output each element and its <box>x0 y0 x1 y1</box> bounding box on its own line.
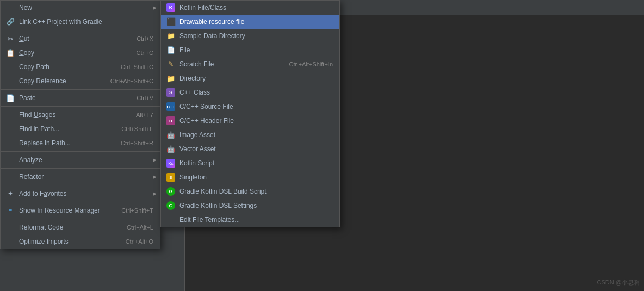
sep-1 <box>1 30 160 30</box>
submenu-label-sample-data-dir: Sample Data Directory <box>179 32 333 40</box>
menu-label-reformat-code: Reformat Code <box>19 224 116 231</box>
drawable-resource-icon: ⬛ <box>165 17 176 26</box>
sep-3 <box>1 106 160 107</box>
shortcut-cut: Ctrl+X <box>137 35 153 42</box>
kotlin-script-icon: Ks <box>165 159 176 168</box>
menu-label-copy: Copy <box>19 49 126 57</box>
submenu-new: K Kotlin File/Class ⬛ Drawable resource … <box>160 0 340 227</box>
menu-item-find-usages[interactable]: Find Usages Alt+F7 <box>1 108 160 122</box>
gradle-settings-icon: G <box>165 201 176 210</box>
menu-item-copy-reference[interactable]: Copy Reference Ctrl+Alt+Shift+C <box>1 74 160 88</box>
menu-label-cut: Cut <box>19 35 126 42</box>
menu-item-copy-path[interactable]: Copy Path Ctrl+Shift+C <box>1 60 160 74</box>
shortcut-copy: Ctrl+C <box>137 49 153 56</box>
sep-6 <box>1 185 160 185</box>
kotlin-file-icon: K <box>165 3 176 12</box>
sep-5 <box>1 168 160 169</box>
submenu-item-cpp-source[interactable]: C++ C/C++ Source File <box>161 100 339 114</box>
resource-mgr-icon: ≡ <box>5 207 16 214</box>
singleton-icon: S <box>165 173 176 182</box>
sep-8 <box>1 219 160 219</box>
directory-icon: 📁 <box>165 74 176 83</box>
cpp-class-icon: S <box>165 88 176 97</box>
menu-label-copy-path: Copy Path <box>19 63 110 71</box>
shortcut-optimize-imports: Ctrl+Alt+O <box>126 238 153 245</box>
menu-item-new[interactable]: New <box>1 1 160 15</box>
submenu-label-scratch-file: Scratch File <box>179 60 289 68</box>
menu-label-add-to-favorites: Add to Favorites <box>19 190 153 197</box>
shortcut-show-in-resource-manager: Ctrl+Shift+T <box>121 207 153 214</box>
favorites-icon: ✦ <box>5 190 16 197</box>
submenu-label-cpp-header: C/C++ Header File <box>179 117 333 125</box>
menu-item-find-in-path[interactable]: Find in Path... Ctrl+Shift+F <box>1 122 160 136</box>
submenu-label-edit-file-templates: Edit File Templates... <box>179 216 333 224</box>
shortcut-reformat-code: Ctrl+Alt+L <box>127 224 153 231</box>
menu-label-link-cpp: Link C++ Project with Gradle <box>19 18 153 26</box>
submenu-item-drawable-resource[interactable]: ⬛ Drawable resource file <box>161 15 339 29</box>
menu-item-link-cpp[interactable]: 🔗 Link C++ Project with Gradle <box>1 15 160 29</box>
shortcut-find-usages: Alt+F7 <box>136 112 153 118</box>
cut-icon: ✂ <box>5 35 16 43</box>
vector-asset-icon: 🤖 <box>165 145 176 153</box>
submenu-item-edit-file-templates[interactable]: Edit File Templates... <box>161 213 339 227</box>
sep-2 <box>1 89 160 90</box>
submenu-label-drawable-resource: Drawable resource file <box>179 18 333 26</box>
submenu-label-gradle-kotlin-settings: Gradle Kotlin DSL Settings <box>179 202 333 209</box>
submenu-item-directory[interactable]: 📁 Directory <box>161 71 339 85</box>
menu-item-add-to-favorites[interactable]: ✦ Add to Favorites <box>1 187 160 201</box>
submenu-label-directory: Directory <box>179 75 333 82</box>
cpp-header-icon: H <box>165 116 176 125</box>
context-menu-main: New 🔗 Link C++ Project with Gradle ✂ Cut… <box>0 0 160 249</box>
submenu-item-cpp-class[interactable]: S C++ Class <box>161 85 339 100</box>
submenu-item-sample-data-dir[interactable]: 📁 Sample Data Directory <box>161 29 339 43</box>
scratch-file-icon: ✎ <box>165 60 176 69</box>
submenu-item-vector-asset[interactable]: 🤖 Vector Asset <box>161 142 339 156</box>
submenu-item-singleton[interactable]: S Singleton <box>161 170 339 184</box>
sample-data-dir-icon: 📁 <box>165 32 176 40</box>
shortcut-replace-in-path: Ctrl+Shift+R <box>121 140 153 146</box>
submenu-label-cpp-class: C++ Class <box>179 89 333 96</box>
menu-label-replace-in-path: Replace in Path... <box>19 139 110 147</box>
copy-icon: 📋 <box>5 49 16 57</box>
menu-label-new: New <box>19 4 153 11</box>
shortcut-find-in-path: Ctrl+Shift+F <box>121 126 153 132</box>
submenu-label-kotlin-file: Kotlin File/Class <box>179 4 333 11</box>
menu-label-find-in-path: Find in Path... <box>19 125 110 133</box>
submenu-label-file: File <box>179 46 333 54</box>
shortcut-copy-path: Ctrl+Shift+C <box>121 64 153 70</box>
submenu-label-gradle-kotlin-build: Gradle Kotlin DSL Build Script <box>179 188 333 195</box>
menu-item-show-in-resource-manager[interactable]: ≡ Show In Resource Manager Ctrl+Shift+T <box>1 203 160 218</box>
sep-4 <box>1 151 160 152</box>
cpp-source-icon: C++ <box>165 102 176 111</box>
submenu-item-file[interactable]: 📄 File <box>161 43 339 57</box>
submenu-item-kotlin-file[interactable]: K Kotlin File/Class <box>161 1 339 15</box>
submenu-item-image-asset[interactable]: 🤖 Image Asset <box>161 128 339 142</box>
shortcut-paste: Ctrl+V <box>137 95 153 101</box>
gradle-build-icon: G <box>165 187 176 196</box>
submenu-label-kotlin-script: Kotlin Script <box>179 159 333 167</box>
menu-label-paste: Paste <box>19 94 126 102</box>
menu-label-find-usages: Find Usages <box>19 111 125 119</box>
submenu-label-cpp-source: C/C++ Source File <box>179 103 333 110</box>
menu-item-reformat-code[interactable]: Reformat Code Ctrl+Alt+L <box>1 220 160 234</box>
context-menu-overlay: New 🔗 Link C++ Project with Gradle ✂ Cut… <box>0 0 644 291</box>
submenu-label-singleton: Singleton <box>179 174 333 181</box>
menu-item-cut[interactable]: ✂ Cut Ctrl+X <box>1 32 160 46</box>
menu-item-refactor[interactable]: Refactor <box>1 170 160 184</box>
menu-label-refactor: Refactor <box>19 173 153 181</box>
menu-label-optimize-imports: Optimize Imports <box>19 238 115 245</box>
submenu-item-gradle-kotlin-settings[interactable]: G Gradle Kotlin DSL Settings <box>161 199 339 213</box>
submenu-item-cpp-header[interactable]: H C/C++ Header File <box>161 114 339 128</box>
submenu-item-kotlin-script[interactable]: Ks Kotlin Script <box>161 156 339 170</box>
menu-item-paste[interactable]: 📄 Paste Ctrl+V <box>1 91 160 105</box>
menu-item-analyze[interactable]: Analyze <box>1 153 160 167</box>
main-layout: 🗂 Project ▼ ⚙ ⊕ ▼ 📁 app ▶ 📁 buil <box>0 15 644 291</box>
menu-item-copy[interactable]: 📋 Copy Ctrl+C <box>1 46 160 60</box>
menu-item-optimize-imports[interactable]: Optimize Imports Ctrl+Alt+O <box>1 234 160 249</box>
file-icon: 📄 <box>165 46 176 54</box>
submenu-item-scratch-file[interactable]: ✎ Scratch File Ctrl+Alt+Shift+In <box>161 57 339 71</box>
submenu-label-image-asset: Image Asset <box>179 131 333 139</box>
shortcut-scratch-file: Ctrl+Alt+Shift+In <box>289 61 333 67</box>
submenu-item-gradle-kotlin-build[interactable]: G Gradle Kotlin DSL Build Script <box>161 184 339 199</box>
menu-item-replace-in-path[interactable]: Replace in Path... Ctrl+Shift+R <box>1 136 160 150</box>
